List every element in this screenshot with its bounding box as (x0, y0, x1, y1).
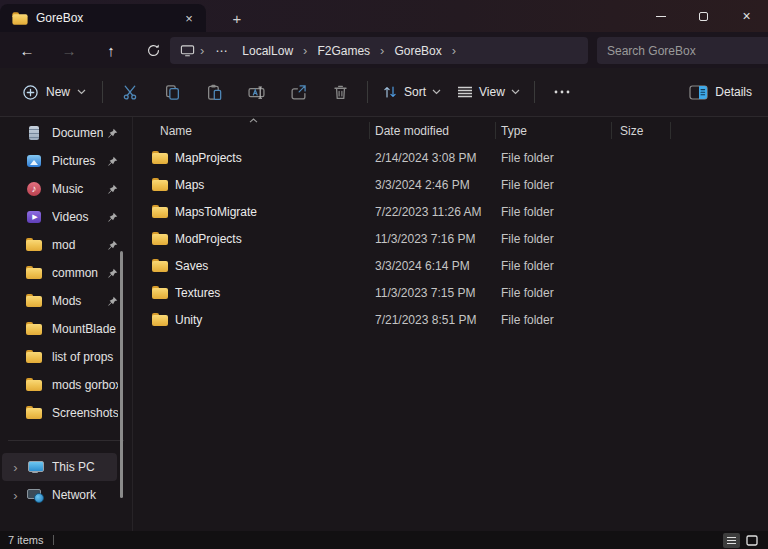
cut-button[interactable] (115, 77, 145, 107)
sidebar-item-label: common (52, 266, 103, 280)
folder-icon (152, 232, 168, 245)
back-button[interactable]: ← (12, 36, 42, 64)
paste-icon (206, 84, 223, 101)
delete-button[interactable] (325, 77, 355, 107)
copy-icon (164, 84, 181, 101)
forward-button[interactable]: → (54, 36, 84, 64)
music-icon (26, 181, 42, 197)
search-box[interactable] (597, 37, 768, 64)
column-header[interactable]: Name (133, 124, 369, 138)
search-input[interactable] (607, 44, 747, 58)
view-button[interactable]: View (449, 79, 528, 105)
breadcrumb-overflow-button[interactable]: ⋯ (209, 44, 233, 58)
sidebar-item-label: Screenshots (52, 406, 118, 420)
file-row[interactable]: Maps 3/3/2024 2:46 PM File folder (133, 171, 768, 198)
tree-item[interactable]: › This PC (2, 453, 117, 481)
details-pane-icon (689, 85, 708, 100)
sidebar-item[interactable]: mods gorbox (2, 371, 130, 399)
tab-gorebox[interactable]: GoreBox × (0, 4, 206, 32)
address-bar[interactable]: › ⋯ LocalLow › F2Games › GoreBox › (170, 37, 588, 64)
navigation-bar: ← → ↑ › ⋯ LocalLow › F2Games › GoreBox › (0, 32, 768, 68)
thispc-icon (27, 459, 43, 475)
documents-icon (26, 125, 42, 141)
file-name-cell: ModProjects (133, 232, 369, 246)
pin-icon (107, 156, 118, 167)
column-header[interactable]: Type (495, 124, 611, 138)
close-button[interactable]: × (725, 0, 768, 32)
minimize-button[interactable] (639, 0, 682, 32)
column-divider[interactable] (611, 122, 612, 139)
sidebar-item[interactable]: Pictures (2, 147, 130, 175)
sidebar-item[interactable]: Screenshots (2, 399, 130, 427)
column-divider[interactable] (670, 122, 671, 139)
column-divider[interactable] (369, 122, 370, 139)
breadcrumb-segment[interactable]: F2Games (310, 41, 377, 61)
large-icons-view-toggle[interactable] (743, 533, 760, 548)
tree-item[interactable]: › Network (2, 481, 117, 509)
file-row[interactable]: Saves 3/3/2024 6:14 PM File folder (133, 252, 768, 279)
file-type: File folder (495, 151, 611, 165)
sidebar-item[interactable]: common (2, 259, 130, 287)
chevron-down-icon (432, 89, 441, 95)
sidebar-item[interactable]: Documents (2, 119, 130, 147)
file-row[interactable]: MapsToMigrate 7/22/2023 11:26 AM File fo… (133, 198, 768, 225)
column-divider[interactable] (495, 122, 496, 139)
share-button[interactable] (283, 77, 313, 107)
file-row[interactable]: Unity 7/21/2023 8:51 PM File folder (133, 306, 768, 333)
file-row[interactable]: Textures 11/3/2023 7:15 PM File folder (133, 279, 768, 306)
sidebar-item[interactable]: list of props (2, 343, 130, 371)
refresh-button[interactable] (138, 36, 168, 64)
maximize-button[interactable] (682, 0, 725, 32)
expand-chevron-icon[interactable]: › (9, 460, 22, 475)
sidebar-item[interactable]: Music (2, 175, 130, 203)
sort-button[interactable]: Sort (374, 78, 449, 106)
sidebar-item-label: Pictures (52, 154, 103, 168)
refresh-icon (146, 43, 161, 58)
this-pc-icon (180, 43, 195, 58)
breadcrumb-segment[interactable]: GoreBox (387, 41, 448, 61)
sidebar-item-label: Videos (52, 210, 103, 224)
file-list: MapProjects 2/14/2024 3:08 PM File folde… (133, 144, 768, 333)
file-name: Textures (175, 286, 220, 300)
up-button[interactable]: ↑ (96, 36, 126, 64)
file-row[interactable]: MapProjects 2/14/2024 3:08 PM File folde… (133, 144, 768, 171)
file-date-modified: 7/21/2023 8:51 PM (369, 313, 495, 327)
breadcrumb-segment[interactable]: LocalLow (235, 41, 300, 61)
sidebar-item[interactable]: mod (2, 231, 130, 259)
tab-close-icon[interactable]: × (180, 9, 198, 27)
sidebar-item[interactable]: MountBlade Wa (2, 315, 130, 343)
column-header[interactable]: Size (611, 124, 670, 138)
maximize-icon (699, 12, 708, 21)
pin-icon (107, 296, 118, 307)
sort-ascending-caret-icon (249, 118, 258, 123)
file-name-cell: Maps (133, 178, 369, 192)
see-more-button[interactable] (547, 77, 577, 107)
sidebar-item-label: MountBlade Wa (52, 322, 118, 336)
rename-button[interactable] (241, 77, 271, 107)
file-date-modified: 3/3/2024 2:46 PM (369, 178, 495, 192)
details-view-toggle[interactable] (723, 533, 740, 548)
new-tab-button[interactable]: + (224, 5, 250, 31)
sidebar-item[interactable]: Videos (2, 203, 130, 231)
chevron-right-icon: › (300, 43, 310, 58)
details-pane-button[interactable]: Details (687, 79, 754, 106)
tab-title: GoreBox (36, 11, 172, 25)
file-date-modified: 3/3/2024 6:14 PM (369, 259, 495, 273)
folder-icon (26, 377, 42, 393)
more-ellipsis-icon (554, 90, 570, 94)
paste-button[interactable] (199, 77, 229, 107)
file-type: File folder (495, 286, 611, 300)
column-header[interactable]: Date modified (369, 124, 495, 138)
file-row[interactable]: ModProjects 11/3/2023 7:16 PM File folde… (133, 225, 768, 252)
folder-icon (26, 349, 42, 365)
sidebar-item[interactable]: Mods (2, 287, 130, 315)
new-button[interactable]: New (14, 78, 96, 107)
copy-button[interactable] (157, 77, 187, 107)
expand-chevron-icon[interactable]: › (9, 488, 22, 503)
sidebar-item-label: mods gorbox (52, 378, 118, 392)
sidebar-scrollbar[interactable] (120, 251, 123, 498)
file-date-modified: 2/14/2024 3:08 PM (369, 151, 495, 165)
file-type: File folder (495, 178, 611, 192)
toolbar-divider (534, 81, 535, 103)
file-name: Maps (175, 178, 204, 192)
